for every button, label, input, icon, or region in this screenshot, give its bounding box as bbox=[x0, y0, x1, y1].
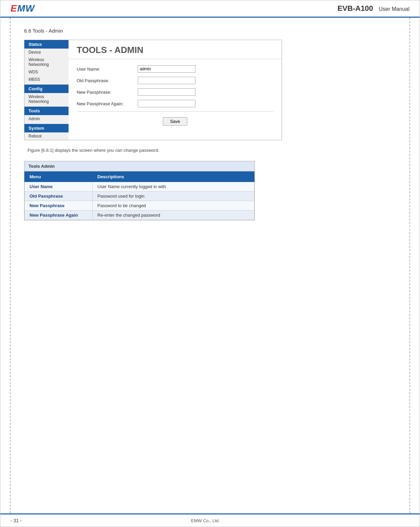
right-border bbox=[409, 18, 420, 513]
table-row: Old PassphrasePassword used for login bbox=[25, 192, 254, 201]
logo-e: E bbox=[11, 3, 17, 14]
label-old-passphrase: Old Passphrase: bbox=[77, 78, 138, 83]
page-wrapper: EMW EVB-A100 User Manual 6.8 Tools - Adm… bbox=[0, 0, 420, 527]
sidebar-item-wds[interactable]: WDS bbox=[24, 68, 69, 76]
form-row-new-passphrase: New Passphrase: bbox=[77, 88, 273, 96]
table-body: User NameUser Name currently logged in w… bbox=[25, 182, 254, 220]
doc-type: User Manual bbox=[379, 6, 409, 12]
table-title: Tools Admin bbox=[24, 161, 254, 171]
form-row-new-passphrase-again: New Passphrase Again: bbox=[77, 100, 273, 107]
product-name: EVB-A100 bbox=[338, 4, 373, 13]
section-title: 6.8 Tools - Admin bbox=[24, 28, 396, 34]
panel-body: User Name: Old Passphrase: New Passphras… bbox=[69, 59, 282, 136]
table-cell-description: Password to be changed bbox=[93, 201, 254, 211]
sidebar-item-wireless-networking-status[interactable]: WirelessNetworking bbox=[24, 56, 69, 68]
table-row: New Passphrase AgainRe-enter the changed… bbox=[25, 211, 254, 220]
main-content: 6.8 Tools - Admin Status Device Wireless… bbox=[11, 18, 409, 513]
table-row: New PassphrasePassword to be changed bbox=[25, 201, 254, 211]
table-cell-menu: New Passphrase Again bbox=[25, 211, 93, 220]
form-row-old-passphrase: Old Passphrase: bbox=[77, 77, 273, 84]
input-old-passphrase[interactable] bbox=[138, 77, 195, 84]
label-username: User Name: bbox=[77, 67, 138, 72]
table-cell-description: Re-enter the changed password bbox=[93, 211, 254, 220]
header-right: EVB-A100 User Manual bbox=[338, 4, 409, 13]
label-new-passphrase: New Passphrase: bbox=[77, 90, 138, 95]
panel-title: TOOLS - ADMIN bbox=[69, 40, 282, 59]
sidebar-header-system[interactable]: System bbox=[24, 124, 69, 132]
table-cell-menu: New Passphrase bbox=[25, 201, 93, 211]
table-cell-menu: Old Passphrase bbox=[25, 192, 93, 201]
table-header-row: Menu Descriptions bbox=[25, 172, 254, 182]
left-border bbox=[0, 18, 11, 513]
panel-divider bbox=[77, 111, 273, 112]
page-footer: - 31 - EMW Co., Ltd. bbox=[0, 513, 420, 527]
save-button[interactable]: Save bbox=[163, 117, 187, 126]
col-header-menu: Menu bbox=[25, 172, 93, 182]
section-title-text: 6.8 Tools - Admin bbox=[24, 28, 63, 34]
page-header: EMW EVB-A100 User Manual bbox=[0, 0, 420, 18]
form-row-username: User Name: bbox=[77, 65, 273, 73]
sidebar-item-reboot[interactable]: Reboot bbox=[24, 132, 69, 140]
panel-main: TOOLS - ADMIN User Name: Old Passphrase:… bbox=[69, 40, 282, 140]
content-area: 6.8 Tools - Admin Status Device Wireless… bbox=[0, 18, 420, 513]
table-cell-description: User Name currently logged in with bbox=[93, 182, 254, 192]
company-name: EMW Co., Ltd. bbox=[22, 518, 389, 523]
label-new-passphrase-again: New Passphrase Again: bbox=[77, 101, 138, 106]
col-header-descriptions: Descriptions bbox=[93, 172, 254, 182]
page-number: - 31 - bbox=[11, 518, 22, 523]
sidebar-header-config[interactable]: Config bbox=[24, 85, 69, 93]
ui-panel: Status Device WirelessNetworking WDS MBS… bbox=[24, 40, 282, 140]
sidebar: Status Device WirelessNetworking WDS MBS… bbox=[24, 40, 69, 140]
logo: EMW bbox=[11, 3, 35, 14]
tools-table: Menu Descriptions User NameUser Name cur… bbox=[24, 171, 254, 220]
caption: Figure [6.8.1] displays the screen where… bbox=[27, 148, 396, 153]
table-row: User NameUser Name currently logged in w… bbox=[25, 182, 254, 192]
table-cell-menu: User Name bbox=[25, 182, 93, 192]
tools-admin-table-wrapper: Tools Admin Menu Descriptions User NameU… bbox=[24, 161, 255, 220]
sidebar-item-mbss[interactable]: MBSS bbox=[24, 76, 69, 83]
sidebar-item-admin[interactable]: Admin bbox=[24, 115, 69, 123]
sidebar-header-tools[interactable]: Tools bbox=[24, 107, 69, 115]
sidebar-item-wireless-networking-config[interactable]: WirelessNetworking bbox=[24, 93, 69, 105]
input-new-passphrase-again[interactable] bbox=[138, 100, 195, 107]
input-username[interactable] bbox=[138, 65, 195, 73]
table-cell-description: Password used for login bbox=[93, 192, 254, 201]
input-new-passphrase[interactable] bbox=[138, 88, 195, 96]
save-row: Save bbox=[77, 117, 273, 130]
sidebar-item-device[interactable]: Device bbox=[24, 49, 69, 56]
sidebar-header-status[interactable]: Status bbox=[24, 40, 69, 49]
